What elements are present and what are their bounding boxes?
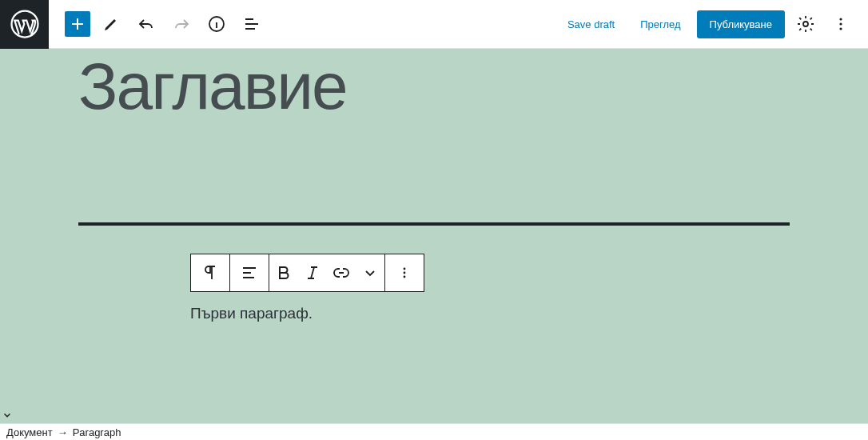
add-block-button[interactable] <box>65 11 90 37</box>
svg-point-7 <box>404 272 406 274</box>
info-button[interactable] <box>202 10 231 38</box>
post-title-input[interactable]: Заглавие <box>78 49 347 124</box>
svg-point-8 <box>404 276 406 278</box>
outline-icon <box>242 14 261 34</box>
plus-icon <box>68 14 87 34</box>
editor-topbar: Save draft Преглед Публикуване <box>0 0 868 49</box>
pilcrow-icon <box>201 263 220 282</box>
more-vertical-icon <box>831 14 850 34</box>
wordpress-logo-button[interactable] <box>0 0 49 49</box>
wordpress-icon <box>10 10 39 38</box>
align-left-icon <box>240 263 259 282</box>
more-vertical-icon <box>395 263 414 282</box>
info-icon <box>207 14 226 34</box>
align-button[interactable] <box>230 254 269 291</box>
redo-icon <box>172 14 191 34</box>
publish-button[interactable]: Публикуване <box>697 10 785 38</box>
paragraph-block[interactable]: Първи параграф. <box>190 305 313 322</box>
link-button[interactable] <box>327 254 356 291</box>
pencil-icon <box>102 14 121 34</box>
topbar-left-tools <box>49 10 266 38</box>
block-type-button[interactable] <box>191 254 229 291</box>
gear-icon <box>796 14 815 34</box>
svg-point-4 <box>839 22 842 25</box>
more-menu-button[interactable] <box>826 10 855 38</box>
breadcrumb-separator: → <box>58 426 68 438</box>
bold-icon <box>274 263 293 282</box>
outline-button[interactable] <box>237 10 266 38</box>
breadcrumb-root[interactable]: Документ <box>6 426 53 438</box>
edit-tool-button[interactable] <box>97 10 125 38</box>
chevron-down-icon <box>2 410 13 421</box>
separator-block[interactable] <box>78 222 790 226</box>
svg-point-2 <box>803 22 808 26</box>
chevron-down-icon <box>360 263 380 282</box>
redo-button[interactable] <box>167 10 196 38</box>
link-icon <box>332 263 351 282</box>
topbar-right-tools: Save draft Преглед Публикуване <box>558 10 868 38</box>
svg-point-3 <box>839 18 842 20</box>
breadcrumb-collapse-button[interactable] <box>0 408 14 422</box>
svg-point-5 <box>839 27 842 30</box>
editor-canvas[interactable]: Заглавие <box>0 49 868 423</box>
undo-button[interactable] <box>132 10 161 38</box>
more-formatting-button[interactable] <box>356 254 384 291</box>
bold-button[interactable] <box>269 254 298 291</box>
undo-icon <box>137 14 156 34</box>
italic-button[interactable] <box>298 254 327 291</box>
italic-icon <box>303 263 322 282</box>
save-draft-button[interactable]: Save draft <box>558 12 624 37</box>
block-more-button[interactable] <box>385 254 424 291</box>
block-toolbar <box>190 254 424 292</box>
preview-button[interactable]: Преглед <box>631 12 690 37</box>
settings-button[interactable] <box>791 10 820 38</box>
svg-point-6 <box>404 268 406 270</box>
breadcrumb-current[interactable]: Paragraph <box>73 426 121 438</box>
block-breadcrumb: Документ → Paragraph <box>0 423 868 440</box>
